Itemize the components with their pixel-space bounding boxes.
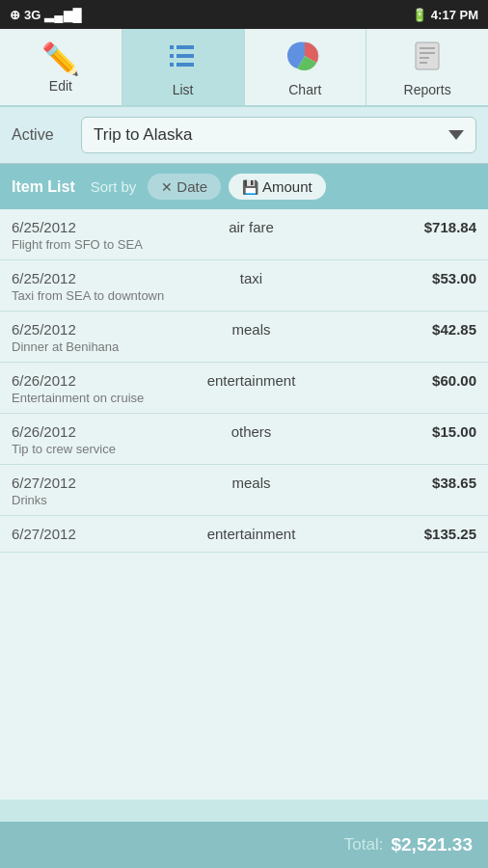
svg-rect-9 (420, 52, 435, 54)
expense-category: air fare (103, 219, 399, 235)
expense-date: 6/27/2012 (12, 526, 103, 542)
tab-reports[interactable]: Reports (366, 29, 488, 105)
svg-rect-11 (420, 62, 427, 64)
svg-rect-2 (170, 54, 174, 58)
sort-by-label: Sort by (91, 178, 137, 195)
tab-chart-label: Chart (288, 82, 321, 97)
svg-rect-5 (176, 63, 194, 67)
expense-description: Dinner at Benihana (12, 339, 476, 354)
sort-date-label: Date (176, 178, 207, 195)
svg-rect-10 (420, 57, 429, 59)
item-list-header: Item List Sort by ✕ Date 💾 Amount (0, 164, 488, 209)
expense-date: 6/26/2012 (12, 372, 103, 389)
tab-edit[interactable]: ✏️ Edit (0, 29, 122, 105)
list-item[interactable]: 6/27/2012 entertainment $135.25 (0, 516, 488, 553)
network-label: 3G (24, 8, 41, 22)
tab-list[interactable]: List (122, 29, 245, 105)
time-label: 4:17 PM (431, 8, 478, 22)
expense-list: 6/25/2012 air fare $718.84 Flight from S… (0, 209, 488, 800)
expense-amount: $38.65 (399, 475, 476, 491)
expense-main-row: 6/26/2012 others $15.00 (12, 423, 476, 440)
expense-description: Entertainment on cruise (12, 391, 476, 405)
expense-description: Taxi from SEA to downtown (12, 288, 476, 303)
expense-main-row: 6/27/2012 meals $38.65 (12, 475, 476, 491)
svg-rect-7 (416, 42, 439, 69)
expense-description: Tip to crew service (12, 442, 476, 456)
expense-main-row: 6/27/2012 entertainment $135.25 (12, 526, 476, 542)
expense-amount: $42.85 (399, 321, 476, 338)
expense-main-row: 6/25/2012 meals $42.85 (12, 321, 476, 338)
tab-edit-label: Edit (49, 78, 72, 94)
list-item[interactable]: 6/25/2012 meals $42.85 Dinner at Benihan… (0, 312, 488, 363)
gps-icon: ⊕ (10, 8, 20, 22)
sort-amount-button[interactable]: 💾 Amount (229, 174, 326, 200)
pencil-icon: ✏️ (41, 43, 80, 74)
sort-date-button[interactable]: ✕ Date (148, 174, 221, 200)
expense-category: entertainment (103, 526, 399, 542)
expense-date: 6/25/2012 (12, 219, 103, 235)
item-list-title: Item List (12, 178, 75, 196)
list-item[interactable]: 6/27/2012 meals $38.65 Drinks (0, 465, 488, 516)
status-right: 🔋 4:17 PM (412, 8, 478, 22)
tab-bar: ✏️ Edit List Chart (0, 29, 488, 107)
chart-icon (287, 39, 322, 78)
total-label: Total: (344, 835, 384, 854)
expense-main-row: 6/25/2012 taxi $53.00 (12, 270, 476, 286)
expense-category: others (103, 423, 399, 440)
sort-amount-label: Amount (262, 178, 312, 195)
expense-amount: $53.00 (399, 270, 476, 286)
expense-date: 6/27/2012 (12, 475, 103, 491)
svg-rect-3 (176, 54, 194, 58)
expense-category: taxi (103, 270, 399, 286)
status-left: ⊕ 3G ▂▄▆█ (10, 8, 82, 22)
close-icon: ✕ (161, 179, 173, 195)
active-dropdown-text: Trip to Alaska (94, 125, 192, 145)
expense-amount: $135.25 (399, 526, 476, 542)
active-dropdown[interactable]: Trip to Alaska (81, 117, 476, 153)
expense-description: Drinks (12, 493, 476, 507)
expense-date: 6/26/2012 (12, 423, 103, 440)
expense-amount: $60.00 (399, 372, 476, 389)
active-row: Active Trip to Alaska (0, 107, 488, 164)
expense-category: meals (103, 475, 399, 491)
chevron-down-icon (448, 130, 464, 140)
total-bar: Total: $2,521.33 (0, 822, 488, 868)
svg-rect-1 (176, 45, 194, 49)
list-item[interactable]: 6/25/2012 taxi $53.00 Taxi from SEA to d… (0, 260, 488, 312)
reports-icon (410, 39, 445, 78)
expense-main-row: 6/25/2012 air fare $718.84 (12, 219, 476, 235)
tab-list-label: List (173, 82, 194, 97)
svg-rect-4 (170, 63, 174, 67)
expense-main-row: 6/26/2012 entertainment $60.00 (12, 372, 476, 389)
svg-rect-0 (170, 45, 174, 49)
expense-date: 6/25/2012 (12, 270, 103, 286)
expense-date: 6/25/2012 (12, 321, 103, 338)
battery-icon: 🔋 (412, 8, 427, 22)
expense-amount: $15.00 (399, 423, 476, 440)
total-amount: $2,521.33 (391, 834, 473, 855)
list-icon (166, 39, 201, 78)
expense-category: entertainment (103, 372, 399, 389)
status-bar: ⊕ 3G ▂▄▆█ 🔋 4:17 PM (0, 0, 488, 29)
tab-reports-label: Reports (404, 82, 451, 97)
signal-icon: ▂▄▆█ (44, 8, 81, 22)
list-item[interactable]: 6/25/2012 air fare $718.84 Flight from S… (0, 209, 488, 260)
tab-chart[interactable]: Chart (245, 29, 367, 105)
expense-description: Flight from SFO to SEA (12, 237, 476, 252)
save-icon: 💾 (242, 179, 258, 195)
list-item[interactable]: 6/26/2012 entertainment $60.00 Entertain… (0, 363, 488, 414)
expense-category: meals (103, 321, 399, 338)
active-label: Active (12, 126, 69, 144)
svg-rect-8 (420, 47, 435, 49)
list-item[interactable]: 6/26/2012 others $15.00 Tip to crew serv… (0, 414, 488, 465)
expense-amount: $718.84 (399, 219, 476, 235)
